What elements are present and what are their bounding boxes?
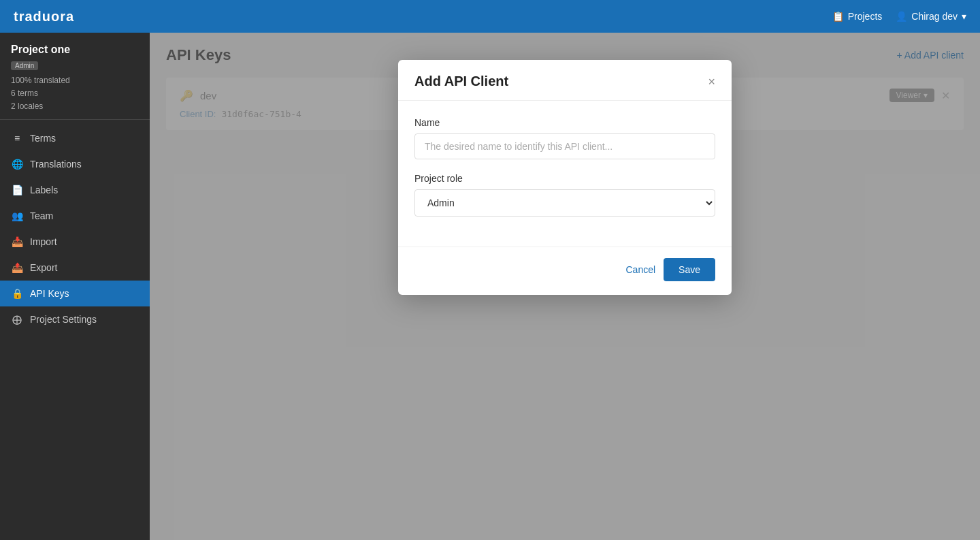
sidebar-project: Project one Admin 100% translated 6 term… xyxy=(0,33,150,120)
sidebar-item-label-export: Export xyxy=(30,262,57,273)
terms-icon: ≡ xyxy=(11,132,23,144)
modal-header: Add API Client × xyxy=(398,60,732,101)
sidebar-item-label-translations: Translations xyxy=(30,159,82,170)
modal-body: Name Project role Admin Editor Viewer xyxy=(398,101,732,247)
sidebar-item-labels[interactable]: 📄 Labels xyxy=(0,177,150,203)
navbar-right: 📋 Projects 👤 Chirag dev ▾ xyxy=(832,11,966,22)
api-client-name-input[interactable] xyxy=(414,133,715,159)
sidebar-nav: ≡ Terms 🌐 Translations 📄 Labels 👥 Team 📥… xyxy=(0,120,150,540)
translations-icon: 🌐 xyxy=(11,158,23,170)
project-settings-icon: ⨁ xyxy=(11,313,23,325)
sidebar-item-label-import: Import xyxy=(30,236,57,247)
sidebar-item-translations[interactable]: 🌐 Translations xyxy=(0,151,150,177)
project-meta: 100% translated 6 terms 2 locales xyxy=(11,74,139,114)
team-icon: 👥 xyxy=(11,210,23,222)
main-content: API Keys + Add API client 🔑 dev Viewer ▾… xyxy=(150,33,980,540)
user-label: Chirag dev xyxy=(911,11,958,22)
terms-stat: 6 terms xyxy=(11,87,139,100)
projects-link[interactable]: 📋 Projects xyxy=(832,11,883,22)
user-chevron-icon: ▾ xyxy=(962,11,966,22)
user-menu[interactable]: 👤 Chirag dev ▾ xyxy=(896,11,966,22)
app-brand: traduora xyxy=(14,9,74,25)
modal-title: Add API Client xyxy=(414,74,508,89)
sidebar-item-export[interactable]: 📤 Export xyxy=(0,255,150,281)
import-icon: 📥 xyxy=(11,236,23,248)
sidebar-item-label-project-settings: Project Settings xyxy=(30,314,97,325)
sidebar-item-import[interactable]: 📥 Import xyxy=(0,229,150,255)
sidebar-item-team[interactable]: 👥 Team xyxy=(0,203,150,229)
sidebar-item-label-labels: Labels xyxy=(30,185,58,195)
modal-footer: Cancel Save xyxy=(398,247,732,295)
navbar: traduora 📋 Projects 👤 Chirag dev ▾ xyxy=(0,0,980,33)
sidebar-item-project-settings[interactable]: ⨁ Project Settings xyxy=(0,306,150,332)
modal-overlay: Add API Client × Name Project role Admin… xyxy=(150,33,980,540)
sidebar-item-api-keys[interactable]: 🔒 API Keys xyxy=(0,281,150,306)
translated-stat: 100% translated xyxy=(11,74,139,87)
role-form-group: Project role Admin Editor Viewer xyxy=(414,173,715,217)
api-keys-icon: 🔒 xyxy=(11,287,23,300)
sidebar: Project one Admin 100% translated 6 term… xyxy=(0,33,150,540)
app-layout: Project one Admin 100% translated 6 term… xyxy=(0,0,980,540)
add-api-client-modal: Add API Client × Name Project role Admin… xyxy=(398,60,732,295)
sidebar-item-terms[interactable]: ≡ Terms xyxy=(0,125,150,151)
sidebar-item-label-terms: Terms xyxy=(30,133,56,144)
save-button[interactable]: Save xyxy=(664,258,715,281)
locales-stat: 2 locales xyxy=(11,100,139,113)
role-label: Project role xyxy=(414,173,715,184)
name-label: Name xyxy=(414,117,715,128)
name-form-group: Name xyxy=(414,117,715,159)
project-name: Project one xyxy=(11,44,139,56)
projects-label: Projects xyxy=(848,11,883,22)
export-icon: 📤 xyxy=(11,261,23,274)
project-role-badge: Admin xyxy=(11,61,38,70)
labels-icon: 📄 xyxy=(11,184,23,196)
cancel-button[interactable]: Cancel xyxy=(625,264,655,275)
sidebar-item-label-team: Team xyxy=(30,210,53,221)
projects-icon: 📋 xyxy=(832,11,844,22)
sidebar-item-label-api-keys: API Keys xyxy=(30,288,69,299)
user-avatar-icon: 👤 xyxy=(896,11,907,22)
modal-close-button[interactable]: × xyxy=(708,76,715,88)
project-role-select[interactable]: Admin Editor Viewer xyxy=(414,189,715,217)
